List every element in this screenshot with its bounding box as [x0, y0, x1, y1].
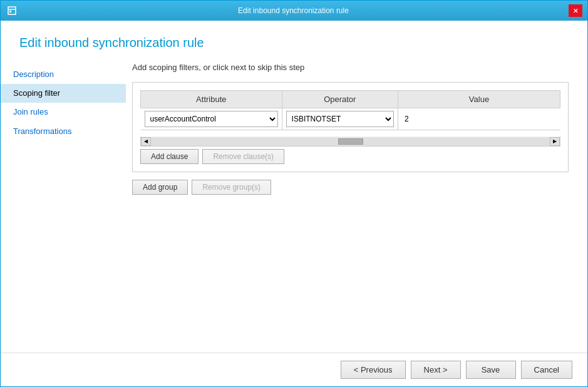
- clause-buttons: Add clause Remove clause(s): [140, 149, 560, 164]
- sidebar-item-transformations[interactable]: Transformations: [1, 122, 126, 141]
- window-title: Edit inbound synchronization rule: [18, 6, 569, 15]
- right-panel: Add scoping filters, or click next to sk…: [126, 60, 587, 353]
- filter-group-container: Attribute Operator Value userAccountCont…: [132, 82, 569, 172]
- col-header-attribute: Attribute: [141, 91, 282, 108]
- sidebar-item-description[interactable]: Description: [1, 65, 126, 84]
- operator-select[interactable]: ISBITNOTSET: [286, 111, 394, 127]
- filter-table: Attribute Operator Value userAccountCont…: [140, 90, 560, 130]
- attribute-select[interactable]: userAccountControl: [145, 111, 278, 127]
- window-controls: ✕: [569, 4, 582, 17]
- col-header-value: Value: [398, 91, 560, 108]
- page-title: Edit inbound synchronization rule: [1, 21, 587, 60]
- main-window: Edit inbound synchronization rule ✕ Edit…: [0, 0, 588, 387]
- title-bar: Edit inbound synchronization rule ✕: [1, 1, 587, 21]
- value-cell: [398, 108, 560, 130]
- scroll-thumb[interactable]: [338, 138, 363, 145]
- sidebar: Description Scoping filter Join rules Tr…: [1, 60, 126, 353]
- col-header-operator: Operator: [282, 91, 398, 108]
- horizontal-scrollbar[interactable]: ◀ ▶: [140, 137, 560, 147]
- window-icon: [6, 4, 18, 17]
- main-content: Description Scoping filter Join rules Tr…: [1, 60, 587, 353]
- close-button[interactable]: ✕: [569, 4, 582, 17]
- svg-rect-0: [8, 7, 16, 14]
- cancel-button[interactable]: Cancel: [521, 361, 572, 379]
- footer: < Previous Next > Save Cancel: [1, 353, 587, 386]
- step-description: Add scoping filters, or click next to sk…: [132, 60, 569, 72]
- svg-rect-2: [9, 11, 11, 13]
- value-input[interactable]: [402, 113, 557, 125]
- remove-clause-button[interactable]: Remove clause(s): [202, 149, 284, 164]
- add-group-button[interactable]: Add group: [132, 180, 188, 195]
- save-button[interactable]: Save: [466, 361, 516, 379]
- operator-cell: ISBITNOTSET: [282, 108, 398, 130]
- table-row: userAccountControl ISBITNOTSET: [141, 108, 560, 130]
- scroll-left-arrow[interactable]: ◀: [141, 137, 151, 146]
- content-area: Edit inbound synchronization rule Descri…: [1, 21, 587, 353]
- sidebar-item-scoping-filter[interactable]: Scoping filter: [1, 84, 126, 103]
- scroll-right-arrow[interactable]: ▶: [550, 137, 560, 146]
- next-button[interactable]: Next >: [411, 361, 461, 379]
- previous-button[interactable]: < Previous: [341, 361, 406, 379]
- sidebar-item-join-rules[interactable]: Join rules: [1, 103, 126, 121]
- remove-group-button[interactable]: Remove group(s): [192, 180, 271, 195]
- group-buttons: Add group Remove group(s): [132, 180, 569, 195]
- add-clause-button[interactable]: Add clause: [140, 149, 199, 164]
- attribute-cell: userAccountControl: [141, 108, 282, 130]
